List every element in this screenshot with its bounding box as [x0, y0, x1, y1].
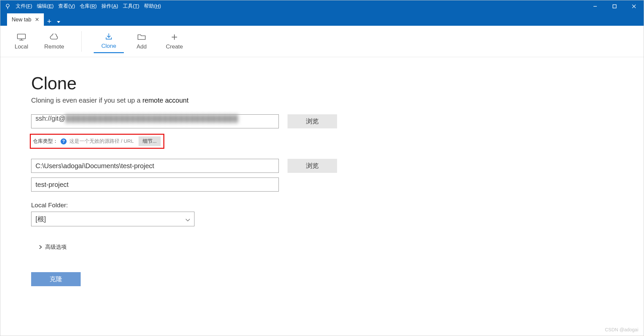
menu-help[interactable]: 帮助(H): [144, 3, 161, 9]
tabbar: New tab ✕ +: [0, 12, 644, 26]
watermark: CSDN @adogai: [605, 327, 638, 332]
maximize-button[interactable]: [605, 0, 624, 12]
titlebar: 文件(F) 编辑(E) 查看(V) 仓库(R) 操作(A) 工具(T) 帮助(H…: [0, 0, 644, 12]
repo-type-label: 仓库类型：: [33, 138, 58, 144]
window-controls: [585, 0, 644, 12]
local-folder-value: [根]: [35, 215, 46, 224]
local-folder-select[interactable]: [根]: [31, 212, 194, 226]
tab-menu-icon[interactable]: [57, 18, 60, 24]
toolbar-add[interactable]: Add: [127, 29, 157, 53]
close-window-button[interactable]: [624, 0, 644, 12]
tab-label: New tab: [12, 17, 31, 23]
source-url-input[interactable]: ssh://git@██████████████████████████████…: [31, 114, 279, 128]
svg-rect-3: [613, 5, 616, 8]
chevron-down-icon: [185, 215, 190, 223]
app-logo-icon: [4, 3, 11, 10]
repo-type-error-box: 仓库类型： ? 这是一个无效的源路径 / URL 细节...: [30, 134, 164, 149]
menu-action[interactable]: 操作(A): [101, 3, 118, 9]
advanced-options-toggle[interactable]: 高级选项: [39, 244, 644, 251]
browse-destination-button[interactable]: 浏览: [288, 159, 337, 173]
tab-new[interactable]: New tab ✕: [7, 13, 44, 26]
toolbar: Local Remote Clone Add Create: [0, 26, 644, 57]
details-button[interactable]: 细节...: [139, 136, 161, 146]
toolbar-remote[interactable]: Remote: [39, 30, 69, 53]
page-subtitle: Cloning is even easier if you set up a r…: [31, 97, 644, 104]
chevron-right-icon: [39, 244, 42, 250]
toolbar-local[interactable]: Local: [6, 30, 36, 53]
clone-submit-button[interactable]: 克隆: [31, 272, 81, 286]
tab-close-icon[interactable]: ✕: [35, 16, 39, 23]
plus-icon: [171, 33, 178, 41]
clone-page: Clone Cloning is even easier if you set …: [0, 57, 644, 286]
menu-view[interactable]: 查看(V): [58, 3, 75, 9]
toolbar-create[interactable]: Create: [159, 29, 189, 53]
minimize-button[interactable]: [585, 0, 605, 12]
destination-path-input[interactable]: [31, 159, 279, 173]
folder-icon: [137, 33, 146, 41]
svg-point-0: [6, 4, 9, 7]
new-tab-icon[interactable]: +: [47, 17, 52, 26]
menu-file[interactable]: 文件(F): [16, 3, 32, 9]
repo-type-message: 这是一个无效的源路径 / URL: [69, 138, 134, 144]
local-folder-label: Local Folder:: [31, 202, 644, 209]
info-icon: ?: [61, 138, 67, 144]
toolbar-clone[interactable]: Clone: [94, 29, 124, 53]
page-title: Clone: [31, 73, 644, 93]
remote-account-link[interactable]: remote account: [142, 97, 188, 104]
menu-tools[interactable]: 工具(T): [123, 3, 139, 9]
svg-rect-7: [17, 34, 25, 39]
menu-edit[interactable]: 编辑(E): [37, 3, 54, 9]
menu-repo[interactable]: 仓库(R): [80, 3, 97, 9]
download-icon: [105, 32, 112, 41]
toolbar-separator: [81, 31, 82, 52]
browse-source-button[interactable]: 浏览: [288, 114, 337, 128]
monitor-icon: [17, 33, 26, 41]
cloud-icon: [49, 33, 59, 41]
name-input[interactable]: [31, 178, 279, 192]
svg-marker-6: [57, 21, 60, 23]
